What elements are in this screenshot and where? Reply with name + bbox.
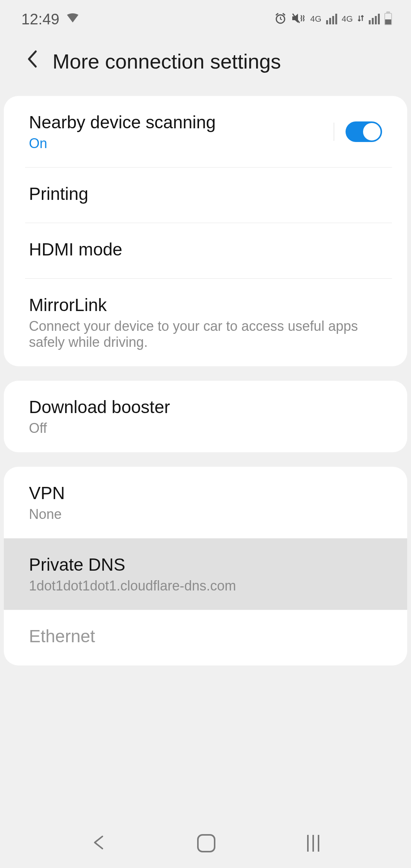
setting-title: HDMI mode: [29, 239, 382, 260]
nav-recent-button[interactable]: [307, 835, 319, 852]
navigation-bar: [0, 819, 411, 868]
setting-title: Ethernet: [29, 626, 382, 646]
alarm-icon: [274, 12, 287, 26]
nearby-scanning-toggle[interactable]: [346, 121, 382, 142]
setting-ethernet[interactable]: Ethernet: [4, 610, 407, 665]
setting-printing[interactable]: Printing: [4, 168, 407, 223]
wifi-icon: [67, 13, 78, 25]
setting-subtitle: Connect your device to your car to acces…: [29, 318, 382, 350]
setting-hdmi-mode[interactable]: HDMI mode: [4, 223, 407, 279]
setting-title: Private DNS: [29, 554, 382, 575]
setting-mirrorlink[interactable]: MirrorLink Connect your device to your c…: [4, 279, 407, 366]
setting-title: Printing: [29, 183, 382, 204]
settings-group-3: VPN None Private DNS 1dot1dot1dot1.cloud…: [4, 467, 407, 665]
setting-vpn[interactable]: VPN None: [4, 467, 407, 538]
header: More connection settings: [0, 34, 411, 96]
data-arrows-icon: [357, 14, 364, 24]
setting-title: Nearby device scanning: [29, 112, 334, 132]
battery-icon: [384, 13, 392, 25]
setting-title: MirrorLink: [29, 295, 382, 315]
back-button[interactable]: [27, 50, 37, 73]
setting-nearby-scanning[interactable]: Nearby device scanning On: [4, 96, 407, 168]
nav-back-button[interactable]: [92, 834, 105, 852]
setting-download-booster[interactable]: Download booster Off: [4, 381, 407, 452]
nav-home-button[interactable]: [197, 834, 215, 852]
mute-vibrate-icon: [291, 12, 306, 26]
setting-title: VPN: [29, 483, 382, 503]
signal-bars-1: [326, 14, 337, 24]
status-time: 12:49: [21, 11, 59, 28]
setting-status: None: [29, 506, 382, 522]
status-bar: 12:49 4G: [0, 0, 411, 34]
setting-private-dns[interactable]: Private DNS 1dot1dot1dot1.cloudflare-dns…: [4, 538, 407, 610]
setting-value: 1dot1dot1dot1.cloudflare-dns.com: [29, 578, 382, 594]
signal-bars-2: [369, 14, 380, 24]
setting-status: On: [29, 136, 334, 152]
network-type-2: 4G: [342, 14, 353, 24]
network-type-1: 4G: [310, 14, 321, 24]
settings-group-1: Nearby device scanning On Printing HDMI …: [4, 96, 407, 366]
status-left: 12:49: [21, 11, 78, 28]
toggle-divider: [334, 123, 334, 141]
setting-status: Off: [29, 420, 382, 436]
page-title: More connection settings: [53, 49, 281, 73]
status-right: 4G 4G: [274, 12, 392, 26]
settings-group-2: Download booster Off: [4, 381, 407, 452]
setting-title: Download booster: [29, 397, 382, 417]
